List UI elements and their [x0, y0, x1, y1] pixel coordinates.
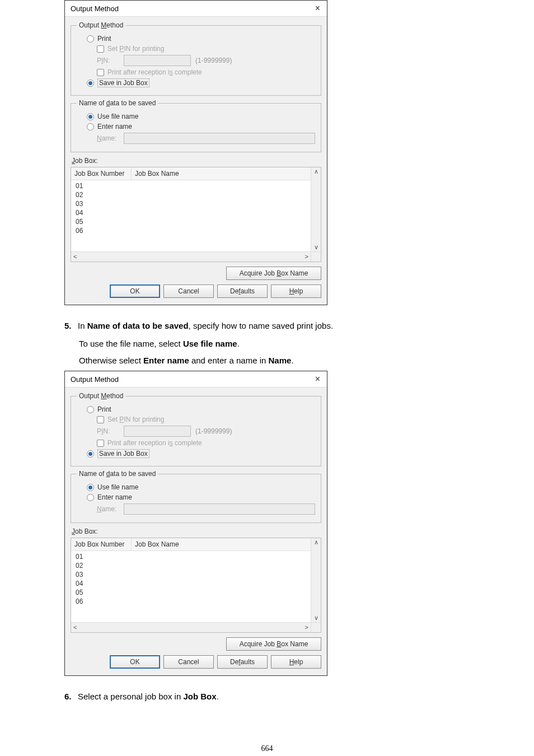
output-method-legend: Output Method [77, 392, 125, 400]
checkbox-set-pin [97, 416, 104, 423]
checkbox-print-after-row: Print after reception is complete [77, 439, 315, 447]
horizontal-scrollbar[interactable]: < > [71, 622, 311, 632]
list-header: Job Box Number Job Box Name [71, 167, 321, 180]
radio-use-file-name[interactable] [87, 484, 94, 491]
checkbox-print-after-row: Print after reception is complete [77, 68, 315, 76]
list-item[interactable]: 06 [71, 226, 321, 235]
radio-enter-name[interactable] [87, 123, 94, 130]
page-number: 664 [0, 744, 534, 753]
help-button[interactable]: Help [271, 284, 321, 298]
list-item[interactable]: 06 [71, 597, 321, 606]
dialog-body: Output Method Print Set PIN for printing… [65, 388, 327, 675]
list-item[interactable]: 03 [71, 570, 321, 579]
dialog-titlebar: Output Method × [65, 1, 327, 17]
step-5: 5. In Name of data to be saved, specify … [64, 320, 470, 332]
list-rows: 01 02 03 04 05 06 [71, 551, 321, 632]
ok-button[interactable]: OK [110, 284, 160, 298]
col-job-box-number[interactable]: Job Box Number [71, 167, 132, 180]
defaults-button[interactable]: Defaults [217, 284, 268, 298]
checkbox-print-after-label: Print after reception is complete [107, 439, 202, 447]
col-job-box-name[interactable]: Job Box Name [132, 538, 321, 551]
list-item[interactable]: 04 [71, 579, 321, 588]
list-item[interactable]: 04 [71, 208, 321, 217]
scroll-left-icon[interactable]: < [71, 253, 79, 261]
radio-use-file-label: Use file name [97, 113, 138, 120]
radio-save-row[interactable]: Save in Job Box [77, 449, 315, 458]
list-item[interactable]: 05 [71, 588, 321, 597]
radio-save-in-job-box[interactable] [87, 450, 94, 458]
radio-save-row[interactable]: Save in Job Box [77, 78, 315, 87]
radio-use-file-row[interactable]: Use file name [77, 483, 315, 491]
step-6: 6. Select a personal job box in Job Box. [64, 690, 470, 703]
radio-save-label: Save in Job Box [97, 449, 149, 458]
scroll-up-icon[interactable]: ∧ [312, 167, 321, 176]
scroll-right-icon[interactable]: > [303, 623, 311, 632]
step5-sub1: To use the file name, select Use file na… [79, 338, 470, 350]
checkbox-print-after-label: Print after reception is complete [107, 68, 202, 76]
scroll-corner [311, 251, 321, 262]
pin-hint: (1-9999999) [195, 57, 232, 64]
step5-sub2: Otherwise select Enter name and enter a … [79, 354, 470, 367]
step-number: 5. [64, 321, 78, 330]
radio-enter-name-row[interactable]: Enter name [77, 123, 315, 130]
defaults-button[interactable]: Defaults [217, 655, 268, 669]
radio-use-file-name[interactable] [87, 113, 94, 120]
output-method-legend: Output Method [77, 21, 125, 29]
acquire-job-box-name-button[interactable]: Acquire Job Box Name [226, 637, 321, 651]
output-method-dialog-1: Output Method × Output Method Print Set … [64, 0, 327, 305]
button-row: OK Cancel Defaults Help [71, 655, 321, 669]
cancel-button[interactable]: Cancel [163, 284, 214, 298]
radio-print-row[interactable]: Print [77, 405, 315, 413]
name-of-data-legend: Name of data to be saved [77, 99, 158, 107]
job-box-list[interactable]: Job Box Number Job Box Name 01 02 03 04 … [71, 538, 321, 633]
checkbox-set-pin-row: Set PIN for printing [77, 416, 315, 423]
name-of-data-group: Name of data to be saved Use file name E… [71, 99, 321, 152]
col-job-box-name[interactable]: Job Box Name [132, 167, 321, 180]
output-method-group: Output Method Print Set PIN for printing… [71, 392, 321, 466]
step-text: In Name of data to be saved, specify how… [78, 320, 333, 332]
list-item[interactable]: 05 [71, 217, 321, 226]
name-input-row: Name: [77, 503, 315, 515]
name-label: Name: [97, 505, 119, 513]
ok-button[interactable]: OK [110, 655, 160, 669]
horizontal-scrollbar[interactable]: < > [71, 251, 311, 262]
list-item[interactable]: 02 [71, 561, 321, 570]
radio-print[interactable] [87, 35, 94, 43]
radio-enter-name[interactable] [87, 494, 94, 501]
list-item[interactable]: 03 [71, 199, 321, 208]
list-item[interactable]: 01 [71, 552, 321, 561]
scroll-down-icon[interactable]: ∨ [312, 243, 321, 251]
scroll-right-icon[interactable]: > [303, 253, 311, 261]
radio-enter-name-row[interactable]: Enter name [77, 493, 315, 501]
vertical-scrollbar[interactable]: ∧ ∨ [311, 167, 321, 251]
job-box-section-label: Job Box: [72, 157, 321, 165]
name-input [124, 133, 315, 144]
radio-print[interactable] [87, 406, 94, 413]
checkbox-set-pin-label: Set PIN for printing [107, 45, 164, 53]
checkbox-print-after [97, 440, 104, 447]
vertical-scrollbar[interactable]: ∧ ∨ [311, 538, 321, 622]
job-box-list[interactable]: Job Box Number Job Box Name 01 02 03 04 … [71, 167, 321, 262]
list-item[interactable]: 01 [71, 181, 321, 190]
scroll-down-icon[interactable]: ∨ [312, 614, 321, 622]
scroll-left-icon[interactable]: < [71, 623, 79, 632]
radio-save-in-job-box[interactable] [87, 80, 94, 87]
pin-row: PIN: (1-9999999) [77, 426, 315, 437]
checkbox-set-pin [97, 45, 104, 53]
scroll-up-icon[interactable]: ∧ [312, 538, 321, 547]
close-icon[interactable]: × [313, 4, 322, 13]
acquire-job-box-name-button[interactable]: Acquire Job Box Name [226, 267, 321, 280]
col-job-box-number[interactable]: Job Box Number [71, 538, 132, 551]
dialog-body: Output Method Print Set PIN for printing… [65, 17, 327, 305]
name-of-data-legend: Name of data to be saved [77, 470, 158, 478]
help-button[interactable]: Help [271, 655, 321, 669]
close-icon[interactable]: × [313, 375, 322, 384]
list-rows: 01 02 03 04 05 06 [71, 180, 321, 262]
radio-use-file-row[interactable]: Use file name [77, 113, 315, 120]
pin-label: PIN: [97, 57, 119, 64]
cancel-button[interactable]: Cancel [163, 655, 214, 669]
list-header: Job Box Number Job Box Name [71, 538, 321, 551]
job-box-section-label: Job Box: [72, 528, 321, 535]
radio-print-row[interactable]: Print [77, 35, 315, 43]
list-item[interactable]: 02 [71, 190, 321, 199]
